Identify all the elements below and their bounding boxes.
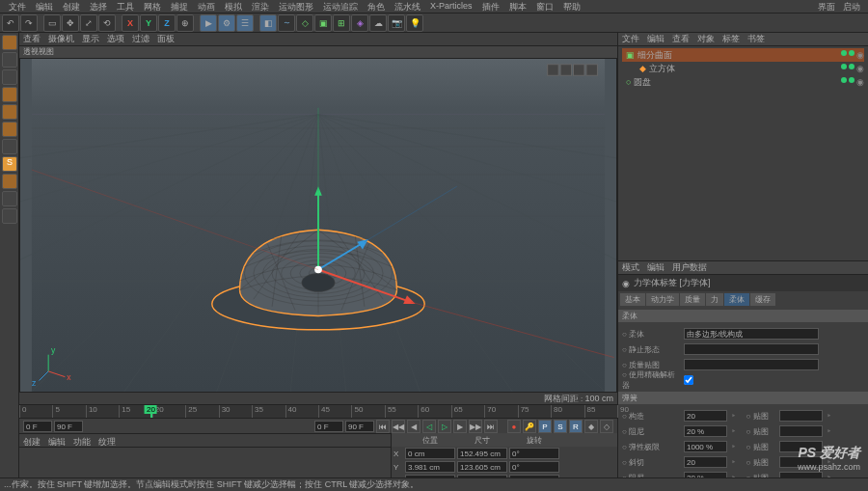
render-settings[interactable]: ⚙ (218, 14, 235, 32)
attr-subtabs[interactable]: 基本动力学质量力柔体缓存 (618, 291, 868, 308)
subtab-柔体[interactable]: 柔体 (724, 293, 749, 306)
subtab-质量[interactable]: 质量 (680, 293, 705, 306)
prim-spline[interactable]: ～ (278, 14, 295, 32)
pos-x[interactable] (405, 448, 455, 459)
environment[interactable]: ☁ (369, 14, 387, 32)
menu-文件[interactable]: 文件 (4, 1, 31, 12)
select-tool[interactable]: ▭ (43, 14, 61, 32)
object-圆盘[interactable]: ○圆盘◉ (622, 75, 864, 89)
viewport-menu[interactable]: 查看摄像机显示选项过滤面板 (19, 33, 617, 46)
group-springs[interactable]: 弹簧 (618, 392, 868, 404)
axis-z[interactable]: Z (158, 14, 176, 32)
render-view[interactable]: ▶ (200, 14, 217, 32)
next-frame[interactable]: ▶ (453, 420, 467, 433)
array[interactable]: ⊞ (333, 14, 350, 32)
menu-流水线[interactable]: 流水线 (390, 1, 425, 12)
menu-脚本[interactable]: 脚本 (504, 1, 531, 12)
key-rot[interactable]: R (569, 420, 583, 433)
play-back[interactable]: ◁ (422, 420, 436, 433)
menu-帮助[interactable]: 帮助 (558, 1, 585, 12)
menu-选择[interactable]: 选择 (85, 1, 112, 12)
prev-key[interactable]: ◀◀ (392, 420, 405, 433)
undo-button[interactable]: ↶ (2, 14, 19, 32)
objmgr-tabs[interactable]: 文件编辑查看对象标签书签 (618, 33, 868, 46)
menu-动画[interactable]: 动画 (193, 1, 220, 12)
object-mode[interactable] (2, 52, 17, 68)
svg-rect-60 (586, 65, 598, 76)
redo-button[interactable]: ↷ (20, 14, 38, 32)
rotate-tool[interactable]: ⟲ (98, 14, 116, 32)
attr-tabs[interactable]: 模式编辑用户数据 (618, 261, 868, 275)
point-mode[interactable] (2, 87, 17, 102)
subtab-基本[interactable]: 基本 (620, 293, 645, 306)
menu-模拟[interactable]: 模拟 (220, 1, 247, 12)
axis-y[interactable]: Y (140, 14, 157, 32)
menu-运动追踪[interactable]: 运动追踪 (318, 1, 363, 12)
poly-mode[interactable] (2, 122, 17, 137)
object-细分曲面[interactable]: ▣细分曲面◉ (622, 48, 864, 62)
perspective-viewport[interactable]: y x z (19, 58, 617, 393)
viewport-solo[interactable] (2, 208, 17, 224)
model-mode[interactable] (2, 35, 17, 50)
play[interactable]: ▷ (438, 420, 451, 433)
subtab-力[interactable]: 力 (706, 293, 723, 306)
range-end[interactable] (54, 421, 83, 432)
subtab-缓存[interactable]: 缓存 (750, 293, 775, 306)
menu-编辑[interactable]: 编辑 (31, 1, 58, 12)
scale-tool[interactable]: ⤢ (80, 14, 97, 32)
menu-渲染[interactable]: 渲染 (247, 1, 274, 12)
menu-工具[interactable]: 工具 (112, 1, 139, 12)
move-tool[interactable]: ✥ (62, 14, 79, 32)
pos-y[interactable] (405, 461, 455, 473)
edge-mode[interactable] (2, 104, 17, 120)
menu-X-Particles[interactable]: X-Particles (425, 1, 477, 12)
timeline[interactable]: 05101520253035404550556065707580859020 ⏮… (19, 404, 617, 433)
menu-角色[interactable]: 角色 (363, 1, 390, 12)
goto-end[interactable]: ⏭ (484, 420, 498, 433)
axis-mode[interactable] (2, 139, 17, 154)
key-param[interactable]: ◆ (584, 420, 598, 433)
deformer[interactable]: ◈ (351, 14, 368, 32)
axis-x[interactable]: X (122, 14, 139, 32)
render-queue[interactable]: ☰ (236, 14, 254, 32)
object-tree[interactable]: ▣细分曲面◉◆立方体◉○圆盘◉ (618, 46, 868, 91)
frame-end[interactable] (345, 421, 374, 432)
group-softbody[interactable]: 柔体 (618, 310, 868, 322)
menu-网格[interactable]: 网格 (139, 1, 166, 12)
subdivision[interactable]: ▣ (314, 14, 332, 32)
range-start[interactable] (23, 421, 52, 432)
menu-插件[interactable]: 插件 (477, 1, 504, 12)
size-y[interactable] (457, 461, 507, 473)
subtab-动力学[interactable]: 动力学 (646, 293, 679, 306)
workplane[interactable] (2, 174, 17, 189)
main-menu[interactable]: 文件编辑创建选择工具网格捕捉动画模拟渲染运动图形运动追踪角色流水线X-Parti… (0, 0, 868, 14)
prev-frame[interactable]: ◀ (407, 420, 420, 433)
record-key[interactable]: ● (507, 420, 521, 433)
timeline-ruler[interactable]: 05101520253035404550556065707580859020 (19, 405, 617, 419)
main-toolbar: ↶ ↷ ▭ ✥ ⤢ ⟲ X Y Z ⊕ ▶ ⚙ ☰ ◧ ～ ◇ ▣ ⊞ ◈ ☁ … (0, 14, 868, 33)
rot-x[interactable] (509, 448, 559, 459)
snap-toggle[interactable]: S (2, 156, 17, 172)
menu-运动图形[interactable]: 运动图形 (274, 1, 318, 12)
menu-捕捉[interactable]: 捕捉 (166, 1, 193, 12)
goto-start[interactable]: ⏮ (376, 420, 390, 433)
autokey[interactable]: 🔑 (523, 420, 536, 433)
rot-y[interactable] (509, 461, 559, 473)
size-x[interactable] (457, 448, 507, 459)
tweak-mode[interactable] (2, 191, 17, 206)
key-scale[interactable]: S (554, 420, 567, 433)
world-axis[interactable]: ⊕ (176, 14, 194, 32)
key-pla[interactable]: ◇ (600, 420, 613, 433)
object-立方体[interactable]: ◆立方体◉ (622, 62, 864, 75)
frame-start[interactable] (314, 421, 343, 432)
key-pos[interactable]: P (538, 420, 552, 433)
generator[interactable]: ◇ (296, 14, 313, 32)
prim-cube[interactable]: ◧ (259, 14, 277, 32)
camera[interactable]: 📷 (388, 14, 405, 32)
light[interactable]: 💡 (406, 14, 423, 32)
menu-窗口[interactable]: 窗口 (531, 1, 558, 12)
menu-创建[interactable]: 创建 (58, 1, 85, 12)
material-tabs[interactable]: 创建编辑功能纹理 (19, 434, 391, 448)
next-key[interactable]: ▶▶ (469, 420, 482, 433)
texture-mode[interactable] (2, 69, 17, 85)
